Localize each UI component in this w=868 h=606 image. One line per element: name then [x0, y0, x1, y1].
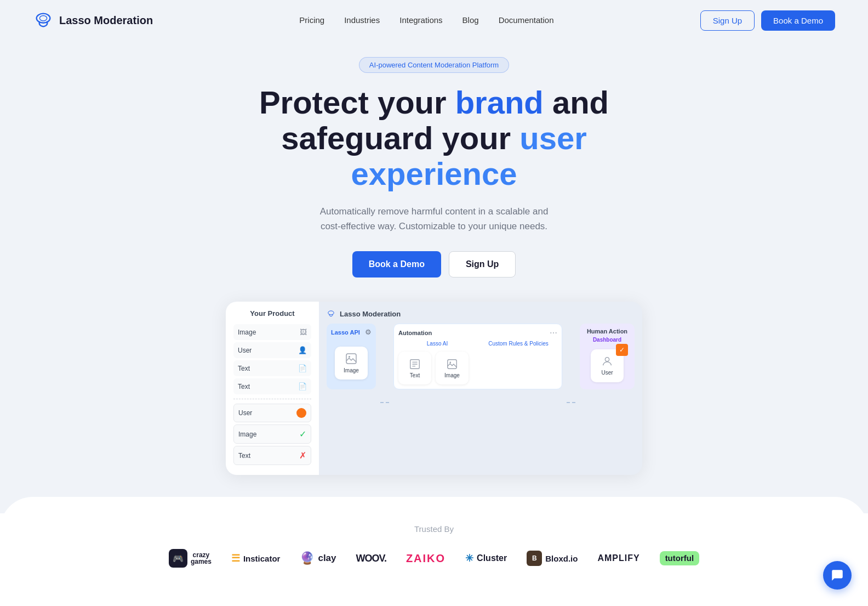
dashboard-label: Dashboard: [584, 337, 630, 343]
automation-dots-icon: ⋯: [550, 329, 557, 337]
hero-section: AI-powered Content Moderation Platform P…: [0, 41, 868, 475]
human-action-label: Human Action: [584, 328, 630, 335]
product-row-image: Image 🖼: [233, 324, 311, 340]
badge-red: ✗: [299, 450, 306, 461]
nav-link-documentation[interactable]: Documentation: [499, 15, 554, 25]
tutorful-text: tutorful: [665, 553, 694, 563]
image-label: Image: [344, 367, 359, 373]
tutorful-badge: tutorful: [660, 551, 699, 565]
human-card-wrap: ✓ User: [584, 346, 630, 385]
woov-text: WOOV.: [356, 553, 386, 564]
image-icon: [345, 352, 358, 365]
image-row-icon: 🖼: [300, 328, 307, 336]
badge-green: ✓: [299, 429, 306, 439]
hero-signup-button[interactable]: Sign Up: [449, 251, 516, 277]
logo-zaiko: ZAIKO: [406, 552, 446, 565]
clay-text: clay: [318, 553, 336, 564]
nav-link-blog[interactable]: Blog: [462, 15, 479, 25]
hero-title-pre1: Protect your: [259, 84, 455, 120]
automation-text-card: Text: [398, 352, 431, 384]
text-label: Text: [410, 372, 420, 378]
result-row-user: User: [233, 404, 311, 422]
api-label: Lasso API: [331, 329, 360, 336]
automation-label: Automation: [398, 330, 432, 336]
svg-point-11: [605, 358, 609, 361]
svg-point-2: [328, 311, 334, 315]
hero-demo-button[interactable]: Book a Demo: [352, 251, 441, 277]
crazygames-badge: 🎮: [169, 549, 187, 568]
api-column: Lasso API ⚙ Image: [327, 324, 376, 475]
hero-badge: AI-powered Content Moderation Platform: [359, 57, 509, 73]
image-icon2: [446, 358, 458, 370]
nav-signup-button[interactable]: Sign Up: [700, 10, 755, 31]
approved-badge: ✓: [616, 344, 628, 356]
nav-logo-text: Lasso Moderation: [59, 14, 153, 27]
bloxd-text: Bloxd.io: [545, 554, 578, 563]
api-box-header: Lasso API ⚙: [331, 328, 372, 336]
logo-amplify: AMPLIFY: [597, 553, 639, 563]
clay-emoji: 🔮: [300, 551, 315, 565]
product-row-user: User 👤: [233, 342, 311, 358]
chat-icon: [830, 568, 844, 582]
nav-links: Pricing Industries Integrations Blog Doc…: [299, 15, 553, 25]
automation-column: Automation ⋯ Lasso AI Custom Rules & Pol…: [393, 324, 562, 475]
navbar: Lasso Moderation Pricing Industries Inte…: [0, 0, 868, 41]
api-image-card: Image: [335, 347, 368, 380]
trusted-logos: 🎮 crazy games ☰ Insticator 🔮 clay: [33, 549, 835, 568]
cluster-text: Cluster: [477, 553, 507, 563]
human-box: Human Action Dashboard ✓ User: [580, 324, 635, 389]
hero-title: Protect your brand and safeguard your us…: [231, 85, 637, 192]
user-label: User: [601, 370, 613, 376]
connector1: [380, 402, 389, 403]
custom-rules-label: Custom Rules & Policies: [479, 341, 557, 347]
insticator-text: Insticator: [243, 554, 281, 563]
hero-buttons: Book a Demo Sign Up: [11, 251, 857, 277]
automation-image-card: Image: [436, 352, 469, 384]
svg-point-1: [39, 15, 47, 21]
zaiko-text: ZAIKO: [406, 552, 446, 565]
automation-sublabels: Lasso AI Custom Rules & Policies: [398, 341, 557, 347]
diagram-wrapper: Your Product Image 🖼 User 👤 Text 📄: [226, 302, 642, 475]
svg-point-0: [37, 14, 50, 23]
nav-link-pricing[interactable]: Pricing: [299, 15, 324, 25]
lasso-ai-label: Lasso AI: [398, 341, 476, 347]
logo-woov: WOOV.: [356, 553, 386, 564]
logo-clay: 🔮 clay: [300, 551, 336, 565]
trusted-section: Trusted By 🎮 crazy games ☰ Insticator: [0, 513, 868, 590]
text-icon: [409, 358, 421, 370]
lasso-logo-icon: [33, 10, 54, 31]
nav-link-industries[interactable]: Industries: [344, 15, 380, 25]
product-panel-title: Your Product: [233, 309, 311, 318]
nav-logo[interactable]: Lasso Moderation: [33, 10, 153, 31]
svg-rect-9: [448, 359, 457, 369]
user-icon: [601, 355, 613, 367]
hero-title-brand: brand: [455, 84, 544, 120]
image-label2: Image: [444, 372, 460, 378]
api-gear-icon: ⚙: [365, 328, 372, 336]
text-row-icon2: 📄: [298, 382, 307, 390]
hero-subtitle: Automatically remove harmful content in …: [316, 204, 552, 234]
automation-cards: Text Image: [398, 350, 557, 384]
insticator-icon: ☰: [231, 552, 240, 564]
connector2: [567, 402, 575, 403]
product-row-text2: Text 📄: [233, 378, 311, 394]
hero-title-and: and: [544, 84, 609, 120]
nav-demo-button[interactable]: Book a Demo: [761, 10, 835, 31]
human-action-column: Human Action Dashboard ✓ User: [580, 324, 635, 475]
chat-bubble[interactable]: [823, 561, 852, 590]
logo-tutorful: tutorful: [660, 551, 699, 565]
lasso-icon-small: [327, 309, 335, 318]
svg-rect-3: [346, 354, 356, 364]
bloxd-badge: B: [527, 551, 542, 566]
lasso-columns: Lasso API ⚙ Image: [327, 324, 635, 475]
amplify-text: AMPLIFY: [597, 553, 639, 563]
content-section: A content moderation solution Lasso brin…: [0, 590, 868, 606]
logo-bloxd: B Bloxd.io: [527, 551, 578, 566]
hero-title-pre2: safeguard your: [281, 120, 519, 156]
result-row-image: Image ✓: [233, 424, 311, 444]
nav-link-integrations[interactable]: Integrations: [399, 15, 442, 25]
api-icon-center: Image: [331, 341, 372, 385]
product-divider: [233, 399, 311, 399]
product-row-text1: Text 📄: [233, 360, 311, 376]
api-box: Lasso API ⚙ Image: [327, 324, 376, 389]
